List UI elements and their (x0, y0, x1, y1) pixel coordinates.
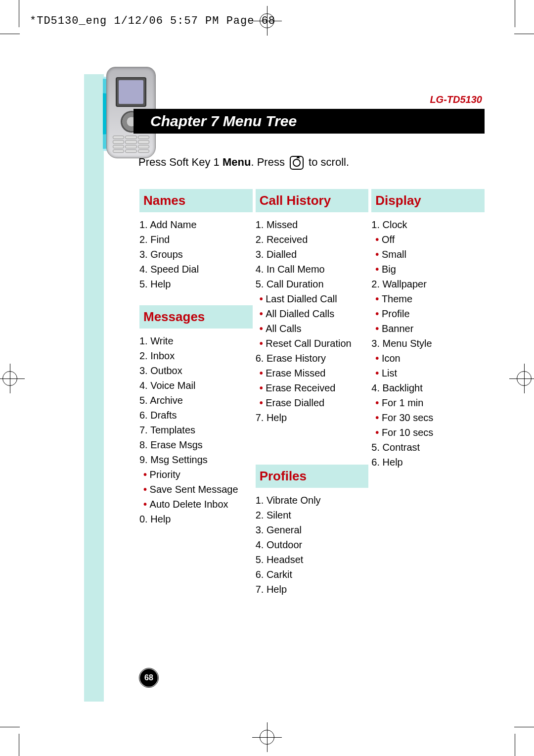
menu-item: 4. Speed Dial (139, 262, 253, 277)
menu-item: 3. General (256, 522, 369, 537)
submenu: Erase MissedErase ReceivedErase Dialled (256, 366, 369, 410)
page-number-badge: 68 (140, 669, 158, 687)
submenu-item: Erase Missed (260, 366, 369, 380)
menu-item: 1. Write (139, 333, 253, 348)
menu-item: 7. Help (256, 410, 369, 425)
menu-item: 6. Help (371, 455, 485, 470)
instruction-text: to scroll. (306, 156, 349, 168)
instruction-text: Press Soft Key 1 (138, 156, 222, 168)
column-middle: Call History1. Missed2. Received3. Diall… (256, 187, 369, 611)
submenu: ThemeProfileBanner (371, 291, 485, 336)
menu-item: 7. Templates (139, 423, 253, 437)
menu-section: Profiles1. Vibrate Only2. Silent3. Gener… (256, 465, 369, 597)
crop-mark (19, 0, 19, 27)
submenu-item: Icon (375, 351, 485, 366)
submenu-item: Reset Call Duration (260, 336, 369, 351)
menu-item: 9. Msg Settings (139, 452, 253, 467)
section-heading: Messages (139, 305, 253, 329)
menu-section: Display1. ClockOffSmallBig2. WallpaperTh… (371, 189, 485, 470)
menu-section: Messages1. Write2. Inbox3. Outbox4. Voic… (139, 305, 253, 526)
menu-item: 1. Add Name (139, 217, 253, 232)
section-heading: Display (371, 189, 485, 212)
menu-item: 3. Groups (139, 247, 253, 262)
menu-item: 7. Help (256, 582, 369, 597)
menu-item: 8. Erase Msgs (139, 437, 253, 452)
column-right: Display1. ClockOffSmallBig2. WallpaperTh… (371, 187, 485, 611)
submenu-item: Erase Received (260, 380, 369, 395)
crop-mark (19, 734, 19, 756)
submenu-item: Small (375, 247, 485, 262)
menu-item: 4. Voice Mail (139, 378, 253, 393)
submenu-item: Last Dialled Call (260, 291, 369, 306)
menu-item: 4. In Call Memo (256, 262, 369, 277)
submenu-item: Save Sent Message (143, 482, 253, 497)
menu-item: 1. Vibrate Only (256, 493, 369, 508)
menu-item: 1. Missed (256, 217, 369, 232)
navigation-key-icon (290, 156, 304, 170)
menu-item: 2. Silent (256, 508, 369, 522)
menu-columns: Names1. Add Name2. Find3. Groups4. Speed… (139, 187, 485, 611)
submenu: For 1 minFor 30 secsFor 10 secs (371, 395, 485, 440)
menu-item: 5. Headset (256, 552, 369, 567)
menu-item: 5. Call Duration (256, 277, 369, 291)
menu-item: 3. Menu Style (371, 336, 485, 351)
instruction-line: Press Soft Key 1 Menu. Press to scroll. (138, 156, 349, 170)
menu-section: Call History1. Missed2. Received3. Diall… (256, 189, 369, 425)
menu-item: 2. Find (139, 232, 253, 247)
print-header: *TD5130_eng 1/12/06 5:57 PM Page 68 (30, 15, 275, 27)
submenu-item: Big (375, 262, 485, 277)
menu-item: 2. Received (256, 232, 369, 247)
menu-item: 3. Outbox (139, 363, 253, 378)
crop-mark (515, 734, 515, 756)
section-heading: Profiles (256, 465, 369, 488)
menu-item: 6. Erase History (256, 351, 369, 366)
submenu: PrioritySave Sent MessageAuto Delete Inb… (139, 467, 253, 512)
submenu-item: For 10 secs (375, 425, 485, 440)
submenu-item: Profile (375, 306, 485, 321)
submenu-item: Erase Dialled (260, 395, 369, 410)
submenu-item: Off (375, 232, 485, 247)
menu-item: 3. Dialled (256, 247, 369, 262)
menu-item: 2. Inbox (139, 348, 253, 363)
menu-section: Names1. Add Name2. Find3. Groups4. Speed… (139, 189, 253, 291)
submenu: OffSmallBig (371, 232, 485, 277)
menu-item: 6. Carkit (256, 567, 369, 582)
submenu-item: Auto Delete Inbox (143, 497, 253, 512)
model-label: LG-TD5130 (430, 94, 482, 105)
submenu: Last Dialled CallAll Dialled CallsAll Ca… (256, 291, 369, 351)
submenu-item: For 1 min (375, 395, 485, 410)
menu-item: 1. Clock (371, 217, 485, 232)
submenu-item: Theme (375, 291, 485, 306)
instruction-bold: Menu (222, 156, 251, 168)
menu-item: 5. Archive (139, 393, 253, 408)
section-heading: Call History (256, 189, 369, 212)
menu-item: 4. Outdoor (256, 537, 369, 552)
submenu-item: Priority (143, 467, 253, 482)
menu-item: 5. Contrast (371, 440, 485, 455)
submenu-item: All Calls (260, 321, 369, 336)
menu-item: 0. Help (139, 512, 253, 526)
menu-item: 6. Drafts (139, 408, 253, 423)
crop-mark (0, 727, 20, 727)
menu-item: 5. Help (139, 277, 253, 291)
crop-mark (514, 34, 534, 34)
submenu-item: Banner (375, 321, 485, 336)
page-content: LG-TD5130 Chapter 7 Menu Tree Press Soft… (20, 35, 514, 731)
column-left: Names1. Add Name2. Find3. Groups4. Speed… (139, 187, 253, 611)
crop-mark (0, 34, 20, 34)
chapter-title: Chapter 7 Menu Tree (134, 109, 485, 134)
submenu-item: For 30 secs (375, 410, 485, 425)
menu-item: 2. Wallpaper (371, 277, 485, 291)
section-heading: Names (139, 189, 253, 212)
submenu-item: List (375, 366, 485, 380)
crop-mark (515, 0, 515, 27)
crop-mark (514, 727, 534, 727)
menu-item: 4. Backlight (371, 380, 485, 395)
submenu-item: All Dialled Calls (260, 306, 369, 321)
sidebar-accent (84, 74, 104, 702)
instruction-text: . Press (251, 156, 288, 168)
submenu: IconList (371, 351, 485, 380)
